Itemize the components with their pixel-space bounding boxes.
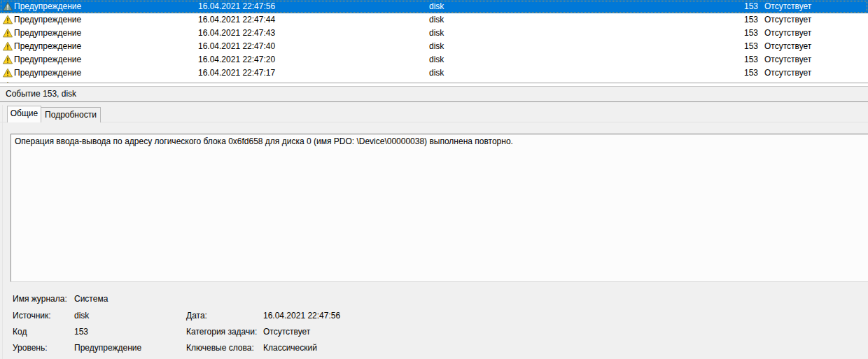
event-level: Предупреждение <box>14 13 81 27</box>
event-id: 153 <box>725 27 758 40</box>
event-id: 153 <box>725 13 758 27</box>
event-datetime: 16.04.2021 22:47:20 <box>198 53 275 66</box>
event-row[interactable]: Предупреждение 16.04.2021 22:47:43 disk … <box>0 27 868 40</box>
event-category: Отсутствует <box>764 53 811 66</box>
warning-icon <box>3 41 13 51</box>
event-list: Предупреждение 16.04.2021 22:47:56 disk … <box>0 0 868 83</box>
event-row[interactable]: Предупреждение 16.04.2021 22:47:56 disk … <box>0 0 868 13</box>
event-row[interactable]: Предупреждение 16.04.2021 22:47:44 disk … <box>0 13 868 27</box>
event-source: disk <box>429 0 444 13</box>
event-datetime: 16.04.2021 22:47:43 <box>198 27 275 40</box>
keywords-value: Классический <box>263 343 317 353</box>
event-category: Отсутствует <box>764 66 811 80</box>
log-name-value: Система <box>74 294 108 304</box>
warning-icon <box>3 1 13 11</box>
event-datetime: 16.04.2021 22:47:40 <box>198 40 275 53</box>
date-label: Дата: <box>186 311 207 321</box>
event-datetime: 16.04.2021 22:47:17 <box>198 66 275 80</box>
event-row[interactable]: Предупреждение 16.04.2021 22:47:40 disk … <box>0 40 868 53</box>
event-id: 153 <box>725 40 758 53</box>
event-description-text: Операция ввода-вывода по адресу логическ… <box>15 136 865 146</box>
warning-icon <box>3 55 13 64</box>
event-source: disk <box>429 40 444 53</box>
event-category: Отсутствует <box>764 40 811 53</box>
source-label: Источник: <box>13 311 51 321</box>
event-source: disk <box>429 53 444 66</box>
task-category-label: Категория задачи: <box>186 327 257 337</box>
warning-icon <box>3 15 13 24</box>
warning-icon <box>3 68 13 78</box>
event-level: Предупреждение <box>14 53 81 66</box>
event-source: disk <box>429 27 444 40</box>
event-row[interactable]: Предупреждение 16.04.2021 22:47:20 disk … <box>0 53 868 66</box>
event-level: Предупреждение <box>14 27 81 40</box>
tab-details[interactable]: Подробности <box>41 107 101 122</box>
event-level: Предупреждение <box>14 40 81 53</box>
event-id: 153 <box>725 0 758 13</box>
event-description-box[interactable]: Операция ввода-вывода по адресу логическ… <box>10 134 868 282</box>
preview-tabstrip: Общие Подробности <box>0 102 868 122</box>
preview-title: Событие 153, disk <box>0 86 868 102</box>
event-id: 153 <box>725 53 758 66</box>
event-category: Отсутствует <box>764 13 811 27</box>
event-code-value: 153 <box>74 327 88 337</box>
event-source: disk <box>429 13 444 27</box>
level-label: Уровень: <box>13 343 48 353</box>
event-datetime: 16.04.2021 22:47:56 <box>198 0 275 13</box>
date-value: 16.04.2021 22:47:56 <box>263 311 340 321</box>
tab-general[interactable]: Общие <box>7 106 41 122</box>
source-value: disk <box>74 311 89 321</box>
log-name-label: Имя журнала: <box>13 294 67 304</box>
task-category-value: Отсутствует <box>263 327 310 337</box>
event-category: Отсутствует <box>764 0 811 13</box>
event-viewer-window: Предупреждение 16.04.2021 22:47:56 disk … <box>0 0 868 359</box>
keywords-label: Ключевые слова: <box>186 343 254 353</box>
event-level: Предупреждение <box>14 66 81 80</box>
event-level: Предупреждение <box>14 0 81 13</box>
event-code-label: Код <box>13 327 27 337</box>
pane-left-edge <box>2 105 3 359</box>
event-category: Отсутствует <box>764 27 811 40</box>
event-row[interactable]: Предупреждение 16.04.2021 22:47:17 disk … <box>0 66 868 80</box>
event-id: 153 <box>725 66 758 80</box>
event-datetime: 16.04.2021 22:47:44 <box>198 13 275 27</box>
level-value: Предупреждение <box>74 343 141 353</box>
event-source: disk <box>429 66 444 80</box>
warning-icon <box>3 28 13 38</box>
